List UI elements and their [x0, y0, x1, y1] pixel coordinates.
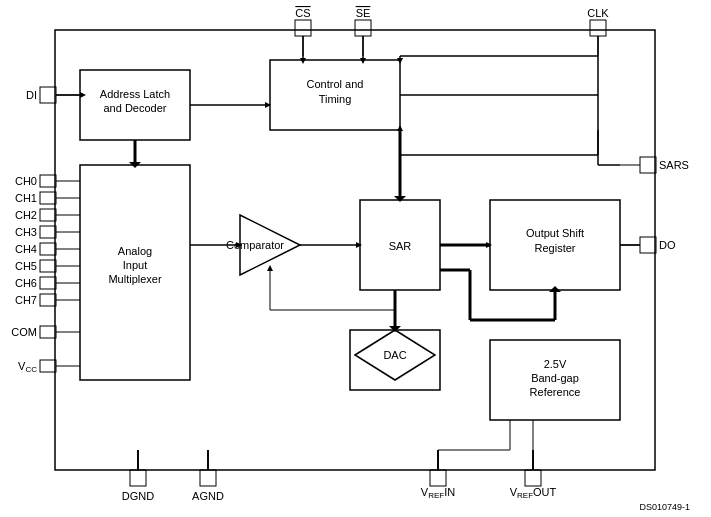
svg-rect-15	[40, 192, 56, 204]
diagram-note: DS010749-1	[639, 502, 690, 512]
sar-title: SAR	[389, 240, 412, 252]
address-latch-title-line2: and Decoder	[104, 102, 167, 114]
vrefin-label: VREFIN	[421, 486, 455, 500]
bandgap-title-line2: Band-gap	[531, 372, 579, 384]
svg-rect-9	[640, 157, 656, 173]
svg-rect-7	[40, 87, 56, 103]
analog-mux-title-line1: Analog	[118, 245, 152, 257]
svg-rect-23	[40, 260, 56, 272]
svg-rect-25	[40, 277, 56, 289]
diagram-container: CS SE CLK DI SARS DO CH0 CH1 CH2 CH3 CH4…	[0, 0, 711, 517]
ch5-label: CH5	[15, 260, 37, 272]
se-label: SE	[356, 7, 371, 19]
svg-rect-19	[40, 226, 56, 238]
svg-rect-29	[40, 326, 56, 338]
agnd-label: AGND	[192, 490, 224, 502]
clk-label: CLK	[587, 7, 609, 19]
svg-rect-1	[295, 20, 311, 36]
analog-mux-title-line3: Multiplexer	[108, 273, 162, 285]
vrefout-label: VREFOUT	[510, 486, 557, 500]
ch1-label: CH1	[15, 192, 37, 204]
svg-rect-11	[640, 237, 656, 253]
svg-rect-5	[590, 20, 606, 36]
svg-rect-27	[40, 294, 56, 306]
output-shift-title-line1: Output Shift	[526, 227, 584, 239]
address-latch-title-line1: Address Latch	[100, 88, 170, 100]
vcc-label: VCC	[18, 360, 37, 374]
cs-label: CS	[295, 7, 310, 19]
svg-rect-39	[525, 470, 541, 486]
bandgap-title-line1: 2.5V	[544, 358, 567, 370]
svg-rect-33	[130, 470, 146, 486]
ch4-label: CH4	[15, 243, 37, 255]
sars-label: SARS	[659, 159, 689, 171]
com-label: COM	[11, 326, 37, 338]
svg-rect-3	[355, 20, 371, 36]
bandgap-title-line3: Reference	[530, 386, 581, 398]
control-timing-title-line2: Timing	[319, 93, 352, 105]
di-label: DI	[26, 89, 37, 101]
ch3-label: CH3	[15, 226, 37, 238]
do-label: DO	[659, 239, 676, 251]
svg-rect-35	[200, 470, 216, 486]
svg-rect-31	[40, 360, 56, 372]
dgnd-label: DGND	[122, 490, 154, 502]
control-timing-title-line1: Control and	[307, 78, 364, 90]
svg-rect-17	[40, 209, 56, 221]
analog-mux-title-line2: Input	[123, 259, 147, 271]
svg-rect-21	[40, 243, 56, 255]
ch2-label: CH2	[15, 209, 37, 221]
ch7-label: CH7	[15, 294, 37, 306]
dac-title: DAC	[383, 349, 406, 361]
ch0-label: CH0	[15, 175, 37, 187]
svg-rect-13	[40, 175, 56, 187]
ch6-label: CH6	[15, 277, 37, 289]
output-shift-title-line2: Register	[535, 242, 576, 254]
svg-rect-37	[430, 470, 446, 486]
svg-marker-81	[267, 265, 273, 271]
